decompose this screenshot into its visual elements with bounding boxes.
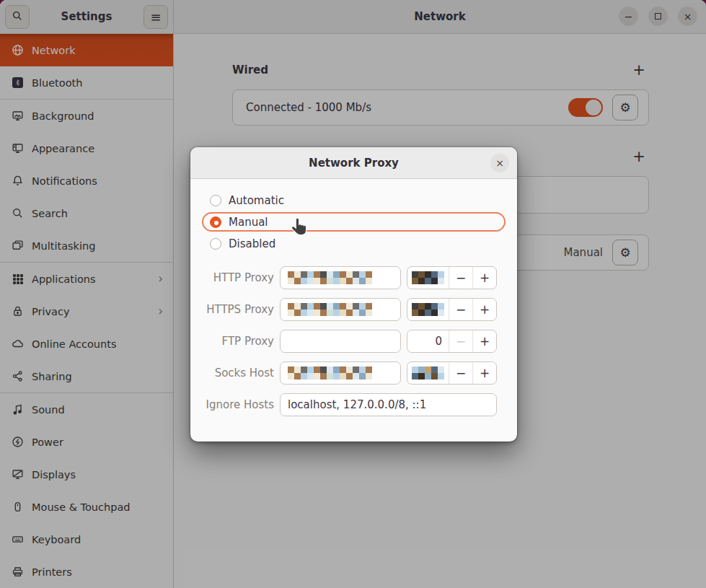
https-proxy-input[interactable] [280, 298, 401, 321]
spin-plus-button[interactable]: + [473, 299, 496, 320]
ftp-proxy-port-spinner[interactable]: 0 − + [407, 330, 497, 353]
radio-label: Automatic [229, 194, 284, 207]
spin-plus-button[interactable]: + [473, 267, 496, 289]
radio-label: Manual [229, 216, 268, 229]
settings-window: Settings ≡ Network Bluetooth [0, 0, 706, 588]
http-proxy-label: HTTP Proxy [202, 271, 274, 284]
redacted-value-mosaic [412, 303, 444, 316]
https-proxy-port-spinner[interactable]: − + [407, 298, 497, 321]
socks-port-spinner[interactable]: − + [407, 361, 497, 385]
proxy-option-disabled[interactable]: Disabled [202, 234, 506, 253]
https-proxy-label: HTTPS Proxy [202, 303, 274, 316]
spin-plus-button[interactable]: + [473, 330, 496, 352]
ignore-hosts-value: localhost, 127.0.0.0/8, ::1 [288, 398, 426, 411]
socks-host-label: Socks Host [202, 367, 274, 379]
ftp-proxy-label: FTP Proxy [202, 335, 274, 348]
dialog-title: Network Proxy [309, 157, 399, 170]
spin-minus-button-disabled: − [449, 330, 472, 352]
dialog-close-button[interactable]: × [490, 154, 509, 172]
spin-minus-button[interactable]: − [449, 267, 472, 289]
http-proxy-port-spinner[interactable]: − + [407, 266, 497, 289]
redacted-value-mosaic [288, 367, 372, 379]
close-icon: × [495, 157, 504, 169]
socks-host-input[interactable] [280, 361, 401, 385]
redacted-value-mosaic [288, 271, 372, 284]
redacted-value-mosaic [412, 271, 444, 284]
redacted-value-mosaic [412, 367, 444, 379]
dialog-body: Automatic Manual Disabled HTTP Proxy − [190, 179, 517, 416]
ignore-hosts-input[interactable]: localhost, 127.0.0.0/8, ::1 [280, 393, 497, 416]
dialog-headerbar: Network Proxy × [190, 147, 517, 179]
proxy-option-manual[interactable]: Manual [202, 212, 506, 232]
spin-minus-button[interactable]: − [449, 299, 472, 320]
spin-minus-button[interactable]: − [449, 362, 472, 384]
redacted-value-mosaic [288, 303, 372, 316]
ftp-port-value: 0 [407, 330, 449, 352]
radio-checked-icon [210, 216, 221, 228]
radio-unchecked-icon [210, 238, 221, 250]
ftp-proxy-input[interactable] [280, 330, 401, 353]
network-proxy-dialog: Network Proxy × Automatic Manual Disable… [190, 147, 517, 442]
ignore-hosts-label: Ignore Hosts [202, 398, 274, 411]
radio-unchecked-icon [210, 195, 221, 206]
spin-plus-button[interactable]: + [473, 362, 496, 384]
http-proxy-input[interactable] [280, 266, 401, 289]
proxy-option-automatic[interactable]: Automatic [202, 190, 506, 210]
radio-label: Disabled [229, 237, 275, 250]
mouse-cursor-hand-icon [288, 216, 310, 242]
proxy-fields: HTTP Proxy − + HTTPS Proxy [202, 266, 506, 416]
